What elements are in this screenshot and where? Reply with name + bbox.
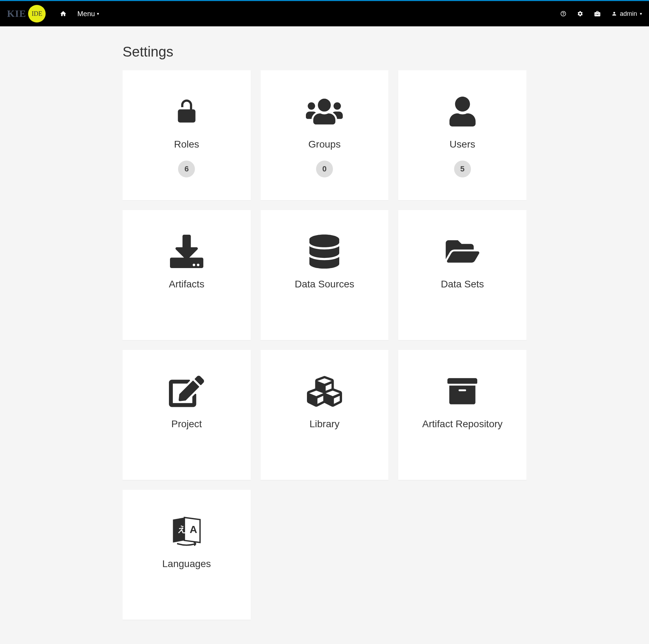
home-button[interactable] [60,10,67,17]
card-users[interactable]: Users 5 [398,70,526,200]
home-icon [60,10,67,17]
card-count-badge: 6 [178,161,195,177]
menu-dropdown[interactable]: Menu ▾ [77,10,99,18]
logo-ide-badge: IDE [28,5,46,22]
content: Settings Roles 6 Groups 0 Users 5 [116,26,533,634]
edit-icon [169,375,204,408]
logo-kie-text: KIE [7,8,26,19]
card-label: Library [309,418,340,430]
svg-text:え: え [178,524,186,534]
gear-icon [577,11,583,17]
card-label: Project [171,418,202,430]
card-label: Data Sources [295,279,354,290]
download-icon [170,235,203,268]
database-icon [309,235,339,268]
card-artifact-repository[interactable]: Artifact Repository [398,350,526,480]
languages-icon: え A [169,514,204,548]
chevron-down-icon: ▾ [97,11,99,16]
card-data-sets[interactable]: Data Sets [398,210,526,340]
groups-icon [306,95,343,128]
archive-icon [446,375,479,408]
user-label: admin [620,10,637,18]
settings-button[interactable] [577,11,583,17]
unlock-icon [173,95,200,128]
card-count-badge: 0 [316,161,333,177]
settings-cards: Roles 6 Groups 0 Users 5 Artifacts [123,70,526,620]
card-label: Groups [308,139,341,150]
card-project[interactable]: Project [123,350,251,480]
card-artifacts[interactable]: Artifacts [123,210,251,340]
card-groups[interactable]: Groups 0 [261,70,389,200]
cubes-icon [305,375,344,408]
logo[interactable]: KIE IDE [7,5,46,22]
briefcase-icon [594,10,601,17]
card-label: Data Sets [441,279,484,290]
folder-open-icon [445,235,480,268]
chevron-down-icon: ▾ [640,11,642,16]
card-data-sources[interactable]: Data Sources [261,210,389,340]
menu-label: Menu [77,10,95,18]
card-roles[interactable]: Roles 6 [123,70,251,200]
card-label: Languages [162,558,211,570]
card-count-badge: 5 [454,161,471,177]
user-menu[interactable]: admin ▾ [611,10,642,18]
page-title: Settings [123,44,526,60]
user-icon [449,95,476,128]
briefcase-button[interactable] [594,10,601,17]
svg-text:A: A [190,523,197,535]
card-label: Artifact Repository [422,418,503,430]
user-icon [611,11,617,17]
card-languages[interactable]: え A Languages [123,490,251,620]
card-label: Roles [174,139,199,150]
card-label: Users [450,139,475,150]
card-label: Artifacts [169,279,204,290]
card-library[interactable]: Library [261,350,389,480]
help-button[interactable] [560,11,566,17]
topbar: KIE IDE Menu ▾ ad [0,1,649,26]
question-icon [560,11,566,17]
